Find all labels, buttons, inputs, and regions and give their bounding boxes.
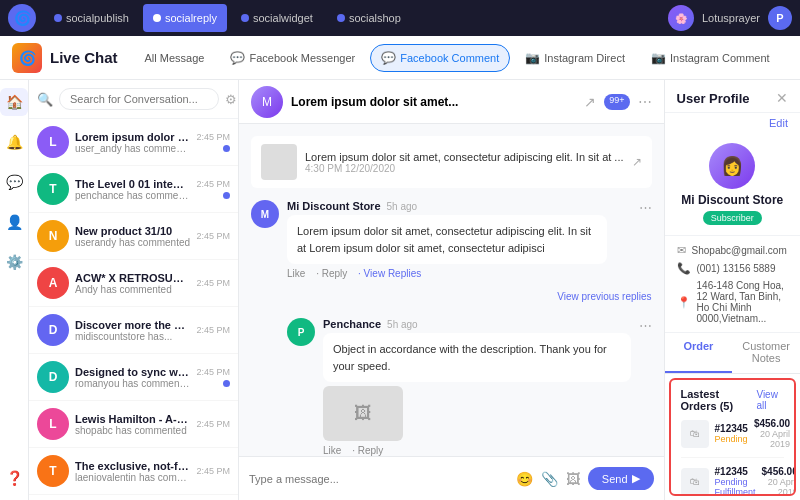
orders-section: Lastest Orders (5) View all 🛍 #12345 Pen… <box>671 380 794 496</box>
avatar: D <box>37 314 69 346</box>
edit-row: Edit <box>665 113 800 133</box>
sidebar-icon-home[interactable]: 🏠 <box>0 88 28 116</box>
list-item[interactable]: T The Level 0 01 integrates... penchance… <box>29 166 238 213</box>
sidebar-icon-chat[interactable]: 💬 <box>0 168 28 196</box>
filter-tab-fb-messenger[interactable]: 💬 Facebook Messenger <box>219 44 366 72</box>
left-sidebar: 🏠 🔔 💬 👤 ⚙️ ❓ <box>0 80 29 500</box>
message-options-icon[interactable]: ⋯ <box>639 318 652 456</box>
user-avatar-top: 🌸 <box>668 5 694 31</box>
chat-area: M Lorem ipsum dolor sit amet... ↗ 99+ ⋯ … <box>239 80 665 500</box>
chat-messages: Lorem ipsum dolor sit amet, consectetur … <box>239 124 664 456</box>
nav-tab-socialshop[interactable]: socialshop <box>327 4 411 32</box>
order-item: 🛍 #12345 Pending Fulfillment $456.00 20 … <box>681 466 784 496</box>
conv-info: New product 31/10 userandy has commented <box>75 225 190 248</box>
chat-input[interactable] <box>249 473 508 485</box>
list-item[interactable]: T The exclusive, not-for-sale... laeniov… <box>29 448 238 495</box>
avatar: L <box>37 408 69 440</box>
order-thumbnail: 🛍 <box>681 420 709 448</box>
view-all-link[interactable]: View all <box>756 389 784 411</box>
filter-icon[interactable]: ⚙ <box>225 92 237 107</box>
conv-info: The Level 0 01 integrates... penchance h… <box>75 178 190 201</box>
panel-title: User Profile <box>677 91 750 106</box>
avatar: P <box>287 318 315 346</box>
sidebar-icon-user[interactable]: 👤 <box>0 208 28 236</box>
list-item[interactable]: D Designed to sync with ex... romanyou h… <box>29 354 238 401</box>
message-thread: P Penchance 5h ago Object in accordance … <box>287 318 652 456</box>
conversation-search-bar: 🔍 ⚙ <box>29 80 238 119</box>
user-name-top: Lotusprayer <box>702 12 760 24</box>
nav-dot <box>241 14 249 22</box>
top-nav-right: 🌸 Lotusprayer P <box>668 5 792 31</box>
orders-header: Lastest Orders (5) View all <box>681 388 784 412</box>
view-replies-action[interactable]: · View Replies <box>358 268 421 279</box>
sidebar-icon-settings[interactable]: ⚙️ <box>0 248 28 276</box>
right-panel-header: User Profile ✕ <box>665 80 800 113</box>
avatar: A <box>37 267 69 299</box>
nav-tab-socialwidget[interactable]: socialwidget <box>231 4 323 32</box>
chat-user-avatar: M <box>251 86 283 118</box>
nav-tab-socialpublish[interactable]: socialpublish <box>44 4 139 32</box>
order-info: #12345 Pending Fulfillment <box>715 466 756 496</box>
list-item[interactable]: L Lorem ipsum dolor sit amet... user_and… <box>29 119 238 166</box>
external-link-icon[interactable]: ↗ <box>584 94 596 110</box>
list-item[interactable]: T Tune in to the exact drop... 2:45 PM <box>29 495 238 500</box>
conv-info: Discover more the collectio... midiscoun… <box>75 319 190 342</box>
nav-dot <box>54 14 62 22</box>
location-icon: 📍 <box>677 296 691 309</box>
avatar: T <box>37 455 69 487</box>
filter-tab-ig-comment[interactable]: 📷 Instagram Comment <box>640 44 781 72</box>
emoji-icon[interactable]: 😊 <box>516 471 533 487</box>
message-actions: Like · Reply · View Replies <box>287 268 631 279</box>
profile-email: ✉ Shopabc@gmail.com <box>677 244 788 257</box>
profile-info: ✉ Shopabc@gmail.com 📞 (001) 13156 5889 📍… <box>665 236 800 333</box>
like-action[interactable]: Like <box>323 445 341 456</box>
message-options-icon[interactable]: ⋯ <box>639 200 652 279</box>
attachment-icon[interactable]: 📎 <box>541 471 558 487</box>
close-icon[interactable]: ✕ <box>776 90 788 106</box>
unread-dot <box>223 380 230 387</box>
message-header: Mi Discount Store 5h ago <box>287 200 631 212</box>
brand-logo: 🌀 <box>12 43 42 73</box>
sidebar-icon-bell[interactable]: 🔔 <box>0 128 28 156</box>
tab-order[interactable]: Order <box>665 333 733 373</box>
link-icon[interactable]: ↗ <box>632 155 642 169</box>
main-layout: 🏠 🔔 💬 👤 ⚙️ ❓ 🔍 ⚙ L Lorem ipsum dolor sit… <box>0 80 800 500</box>
send-button[interactable]: Send ▶ <box>588 467 654 490</box>
avatar: D <box>37 361 69 393</box>
order-price-col: $456.00 20 April 2019 <box>754 418 790 449</box>
user-initial-button[interactable]: P <box>768 6 792 30</box>
chat-input-icons: 😊 📎 🖼 <box>516 471 580 487</box>
like-action[interactable]: Like <box>287 268 305 279</box>
filter-tab-fb-comment[interactable]: 💬 Facebook Comment <box>370 44 510 72</box>
chat-header: M Lorem ipsum dolor sit amet... ↗ 99+ ⋯ <box>239 80 664 124</box>
ig-direct-icon: 📷 <box>525 51 540 65</box>
order-thumbnail: 🛍 <box>681 468 709 496</box>
post-preview: Lorem ipsum dolor sit amet, consectetur … <box>251 136 652 188</box>
list-item[interactable]: A ACW* X RETROSUPERFU... Andy has commen… <box>29 260 238 307</box>
list-item[interactable]: N New product 31/10 userandy has comment… <box>29 213 238 260</box>
profile-address: 📍 146-148 Cong Hoa, 12 Ward, Tan Binh, H… <box>677 280 788 324</box>
more-options-icon[interactable]: ⋯ <box>638 94 652 110</box>
message-content: Mi Discount Store 5h ago Lorem ipsum dol… <box>287 200 631 279</box>
reply-action[interactable]: · Reply <box>316 268 347 279</box>
post-thumbnail <box>261 144 297 180</box>
list-item[interactable]: L Lewis Hamilton - A-COLD... shopabc has… <box>29 401 238 448</box>
message-image: 🖼 <box>323 386 403 441</box>
edit-link[interactable]: Edit <box>769 117 788 129</box>
filter-tab-ig-direct[interactable]: 📷 Instagram Direct <box>514 44 636 72</box>
filter-tab-all[interactable]: All Message <box>134 44 216 72</box>
chat-header-actions: ↗ 99+ ⋯ <box>584 94 651 110</box>
conv-info: Lewis Hamilton - A-COLD... shopabc has c… <box>75 413 190 436</box>
sidebar-icon-help[interactable]: ❓ <box>0 464 28 492</box>
image-icon[interactable]: 🖼 <box>566 471 580 487</box>
list-item[interactable]: D Discover more the collectio... midisco… <box>29 307 238 354</box>
tab-customer-notes[interactable]: Customer Notes <box>732 333 800 373</box>
profile-avatar: 👩 <box>709 143 755 189</box>
nav-dot-active <box>153 14 161 22</box>
orders-title: Lastest Orders (5) <box>681 388 757 412</box>
nav-tab-socialreply[interactable]: socialreply <box>143 4 227 32</box>
search-input[interactable] <box>59 88 219 110</box>
view-previous-replies[interactable]: View previous replies <box>251 291 652 302</box>
reply-action[interactable]: · Reply <box>352 445 383 456</box>
unread-dot <box>223 145 230 152</box>
